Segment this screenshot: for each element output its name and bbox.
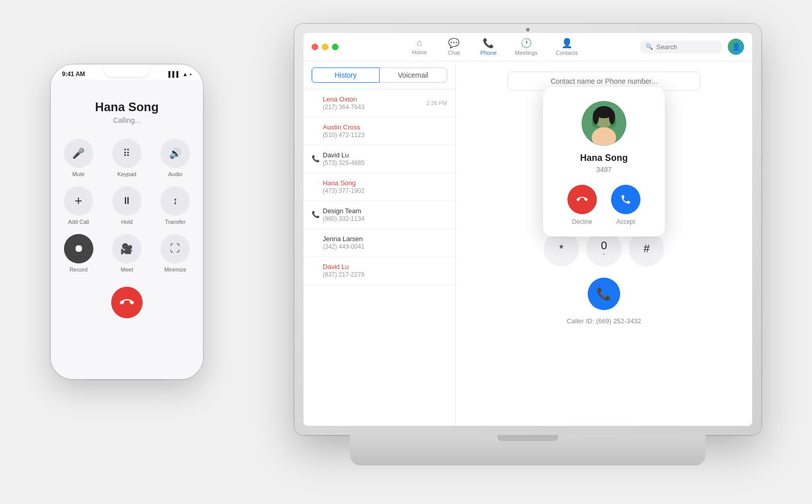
app-header: ⌂ Home 💬 Chat 📞 Phone 🕐	[303, 33, 752, 61]
call-item-david2[interactable]: David Lu (837) 217-2278	[303, 257, 455, 285]
call-number-david2: (837) 217-2278	[323, 271, 447, 278]
popup-avatar-image	[582, 101, 626, 146]
record-button[interactable]: ⏺	[64, 234, 93, 263]
svg-point-6	[609, 110, 615, 124]
end-call-button[interactable]	[111, 287, 143, 318]
call-item-austin[interactable]: Austin Cross (510) 472-1123	[303, 117, 455, 145]
meetings-icon: 🕐	[521, 38, 532, 49]
record-label: Record	[70, 266, 87, 273]
tab-home[interactable]: ⌂ Home	[404, 36, 434, 58]
svg-point-5	[593, 110, 599, 124]
phone-ctrl-transfer: ↕ Transfer	[156, 186, 195, 225]
call-number-design: (980) 332-1134	[323, 215, 447, 222]
popup-accept-label: Accept	[617, 218, 635, 225]
signal-icon: ▌▌▌	[168, 71, 180, 77]
phone-ctrl-keypad: ⠿ Keypad	[107, 139, 146, 177]
call-list: Lena Oxton (217) 364-7643 2:39 PM Austin…	[303, 89, 455, 426]
app-body: History Voicemail Lena Oxton (217) 364-7…	[303, 61, 752, 426]
laptop-base	[350, 435, 705, 465]
wifi-icon: ▲	[182, 71, 188, 77]
phone-notch	[104, 64, 150, 77]
tab-meetings-label: Meetings	[515, 50, 537, 56]
phone-ctrl-meet: 🎥 Meet	[107, 234, 146, 273]
call-number-austin: (510) 472-1123	[323, 131, 447, 139]
call-number-hana: (473) 377-1902	[323, 187, 447, 194]
dial-call-button[interactable]: 📞	[588, 278, 620, 310]
phone-time: 9:41 AM	[62, 71, 85, 78]
tab-voicemail[interactable]: Voicemail	[380, 68, 447, 83]
call-number-lena: (217) 364-7643	[323, 104, 426, 111]
mute-label: Mute	[72, 171, 84, 177]
tab-chat-label: Chat	[448, 50, 460, 56]
audio-label: Audio	[168, 171, 182, 177]
call-info-david2: David Lu (837) 217-2278	[323, 263, 447, 278]
camera-dot	[526, 28, 530, 31]
call-info-design: Design Team (980) 332-1134	[323, 207, 447, 222]
call-name-lena: Lena Oxton	[323, 95, 426, 103]
transfer-button[interactable]: ↕	[160, 186, 190, 216]
home-icon: ⌂	[417, 38, 422, 48]
user-avatar[interactable]: 👤	[728, 39, 744, 55]
call-time-lena: 2:39 PM	[426, 100, 447, 106]
call-item-lena[interactable]: Lena Oxton (217) 364-7643 2:39 PM	[303, 89, 455, 117]
call-info-lena: Lena Oxton (217) 364-7643	[323, 95, 426, 111]
panel-tabs: History Voicemail	[303, 61, 455, 89]
laptop: ⌂ Home 💬 Chat 📞 Phone 🕐	[294, 24, 761, 465]
call-item-david1[interactable]: 📞 David Lu (573) 325-4885	[303, 145, 455, 173]
call-info-austin: Austin Cross (510) 472-1123	[323, 123, 447, 139]
call-icon-design: 📞	[312, 211, 319, 218]
call-name-jenna: Jenna Larsen	[323, 235, 447, 243]
hold-button[interactable]: ⏸	[112, 186, 142, 216]
call-name-hana: Hana Song	[323, 179, 447, 187]
phone-screen: Hana Song Calling... 🎤 Mute ⠿ Keypad 🔊 A…	[51, 80, 203, 379]
meet-button[interactable]: 🎥	[112, 234, 142, 263]
phone-caller-name: Hana Song	[95, 100, 158, 114]
call-name-david2: David Lu	[323, 263, 447, 271]
tab-history[interactable]: History	[312, 68, 380, 83]
popup-actions: Decline Accept	[567, 185, 640, 225]
tab-chat[interactable]: 💬 Chat	[438, 36, 469, 58]
tab-contacts-label: Contacts	[556, 50, 578, 56]
call-item-jenna[interactable]: Jenna Larsen (342) 449-0041	[303, 229, 455, 257]
popup-accept-button[interactable]	[611, 185, 640, 214]
caller-id: Caller ID: (669) 252-3432	[567, 317, 641, 325]
popup-decline-button[interactable]	[567, 185, 597, 214]
call-button-row: 📞	[588, 278, 620, 310]
search-input[interactable]	[656, 43, 717, 51]
laptop-screen: ⌂ Home 💬 Chat 📞 Phone 🕐	[303, 33, 752, 426]
close-button[interactable]	[312, 44, 318, 50]
call-name-david1: David Lu	[323, 151, 447, 159]
popup-avatar	[582, 101, 626, 146]
popup-decline-label: Decline	[572, 218, 592, 225]
phone-status-icons: ▌▌▌ ▲ ▪	[168, 71, 192, 77]
call-item-hana[interactable]: Hana Song (473) 377-1902	[303, 173, 455, 201]
minimize-label: Minimize	[164, 266, 186, 273]
phone-ctrl-hold: ⏸ Hold	[107, 186, 146, 225]
phone-ctrl-add-call: + Add Call	[59, 186, 98, 225]
popup-caller-name: Hana Song	[580, 153, 628, 163]
popup-decline-action: Decline	[567, 185, 597, 225]
phone-ctrl-minimize: ⛶ Minimize	[156, 234, 195, 273]
maximize-button[interactable]	[332, 44, 339, 50]
call-item-design[interactable]: 📞 Design Team (980) 332-1134	[303, 201, 455, 229]
battery-icon: ▪	[190, 71, 192, 77]
minimize-phone-button[interactable]: ⛶	[160, 234, 190, 263]
laptop-body: ⌂ Home 💬 Chat 📞 Phone 🕐	[294, 24, 761, 435]
audio-button[interactable]: 🔊	[160, 139, 190, 168]
tab-phone-label: Phone	[481, 50, 497, 56]
call-number-david1: (573) 325-4885	[323, 159, 447, 166]
tab-contacts[interactable]: 👤 Contacts	[549, 36, 585, 58]
keypad-button[interactable]: ⠿	[112, 139, 142, 168]
hold-label: Hold	[121, 219, 133, 225]
right-panel: 12ABC3DEF4GHI5JKL6MNO7PQRS8TUV9WXYZ*0+# …	[456, 61, 752, 426]
minimize-button[interactable]	[322, 44, 328, 50]
tab-phone[interactable]: 📞 Phone	[473, 36, 503, 58]
phone-ctrl-record: ⏺ Record	[59, 234, 98, 273]
search-bar[interactable]: 🔍	[640, 41, 722, 53]
tab-home-label: Home	[412, 49, 427, 55]
tab-meetings[interactable]: 🕐 Meetings	[507, 36, 545, 58]
call-info-jenna: Jenna Larsen (342) 449-0041	[323, 235, 447, 250]
mute-button[interactable]: 🎤	[64, 139, 93, 168]
add-call-button[interactable]: +	[64, 186, 93, 216]
window-controls	[312, 44, 339, 50]
